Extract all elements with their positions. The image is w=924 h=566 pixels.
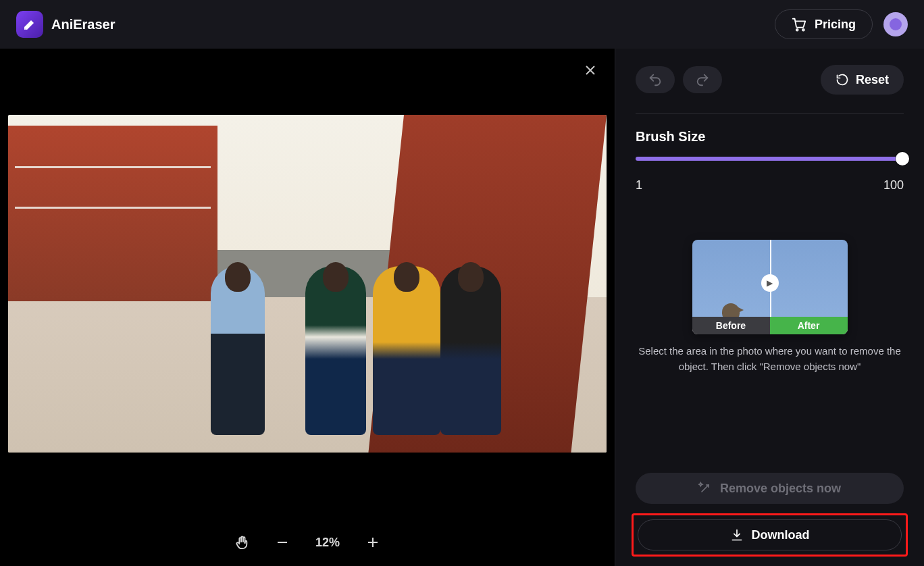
brand: AniEraser — [16, 11, 116, 38]
remove-objects-button[interactable]: Remove objects now — [636, 473, 904, 504]
remove-label: Remove objects now — [720, 482, 841, 496]
divider — [636, 113, 904, 114]
undo-button[interactable] — [636, 66, 675, 93]
tutorial-highlight: Download — [632, 513, 908, 557]
history-row: Reset — [636, 65, 904, 95]
reset-icon — [836, 73, 849, 86]
app-logo-icon — [16, 11, 43, 38]
brush-size-label: Brush Size — [636, 129, 904, 145]
close-button[interactable] — [582, 62, 598, 78]
pricing-label: Pricing — [815, 18, 856, 32]
slider-thumb[interactable] — [896, 152, 909, 165]
preview-after-label: After — [770, 317, 848, 334]
svg-point-0 — [796, 29, 798, 31]
reset-button[interactable]: Reset — [821, 65, 904, 95]
sidebar: Reset Brush Size 1 100 ▶ Before After — [615, 49, 924, 566]
action-buttons: Remove objects now Download — [636, 473, 904, 552]
before-after-preview: ▶ Before After — [692, 240, 848, 334]
brush-size-slider[interactable] — [636, 157, 904, 161]
brush-min: 1 — [636, 178, 642, 192]
zoom-toolbar: 12% — [0, 519, 615, 566]
brand-name: AniEraser — [51, 17, 116, 32]
download-label: Download — [752, 528, 810, 542]
preview-before-label: Before — [692, 317, 770, 334]
redo-button[interactable] — [683, 66, 722, 93]
canvas-image — [8, 115, 607, 453]
compare-handle-icon: ▶ — [761, 274, 779, 292]
zoom-level: 12% — [315, 536, 340, 550]
header-right: Pricing — [775, 9, 908, 39]
reset-label: Reset — [856, 73, 889, 87]
brush-max: 100 — [883, 178, 904, 192]
app-header: AniEraser Pricing — [0, 0, 924, 49]
download-icon — [730, 528, 744, 542]
wand-icon — [698, 482, 712, 495]
user-avatar[interactable] — [883, 12, 908, 36]
pricing-button[interactable]: Pricing — [775, 9, 873, 39]
brush-slider-range: 1 100 — [636, 178, 904, 192]
zoom-in-button[interactable] — [365, 535, 380, 550]
pan-hand-icon[interactable] — [234, 535, 249, 550]
canvas-area: 12% — [0, 49, 615, 566]
hint-text: Select the area in the photo where you w… — [636, 344, 904, 374]
svg-point-1 — [802, 29, 804, 31]
image-viewport[interactable] — [0, 49, 615, 519]
main: 12% Reset Brush Size — [0, 49, 924, 566]
zoom-out-button[interactable] — [275, 535, 290, 550]
download-button[interactable]: Download — [638, 519, 902, 550]
cart-icon — [792, 17, 806, 32]
